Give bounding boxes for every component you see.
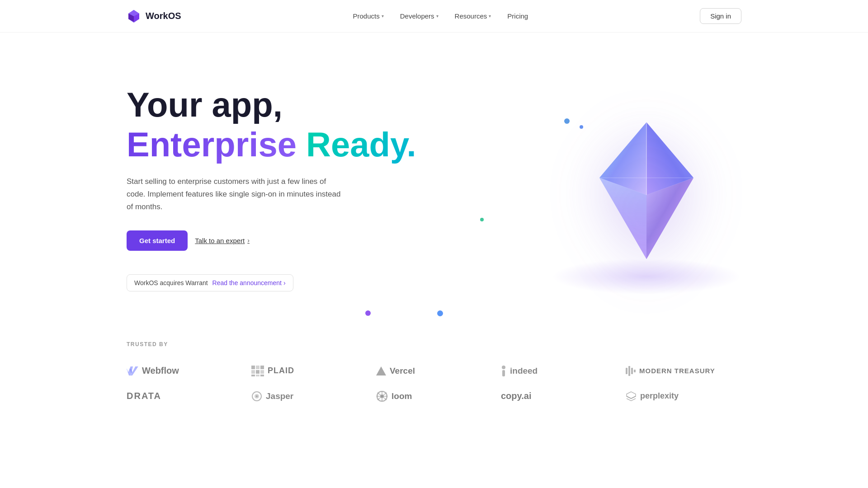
logo-copyai: copy.ai xyxy=(501,391,617,401)
chevron-down-icon: ▾ xyxy=(489,14,491,19)
hero-title-line2: Enterprise Ready. xyxy=(127,127,434,163)
decorative-dot xyxy=(480,218,484,221)
logo-text: WorkOS xyxy=(146,11,181,21)
svg-rect-14 xyxy=(260,375,264,376)
hero-section: Your app, Enterprise Ready. Start sellin… xyxy=(0,33,868,319)
signin-button[interactable]: Sign in xyxy=(700,8,741,24)
hero-buttons: Get started Talk to an expert › xyxy=(127,230,434,251)
svg-rect-9 xyxy=(251,370,255,374)
trusted-label: TRUSTED BY xyxy=(127,341,741,347)
hero-content: Your app, Enterprise Ready. Start sellin… xyxy=(127,73,434,291)
ready-text: Ready. xyxy=(297,125,416,164)
chevron-down-icon: ▾ xyxy=(382,14,384,19)
hero-diamond-visual xyxy=(515,60,778,319)
svg-marker-0 xyxy=(599,122,646,195)
announcement-label: WorkOS acquires Warrant xyxy=(134,279,208,286)
svg-rect-18 xyxy=(626,368,627,374)
svg-rect-13 xyxy=(256,375,259,376)
workos-logo-icon xyxy=(127,9,141,23)
logo-jasper: Jasper xyxy=(251,391,367,402)
svg-rect-17 xyxy=(502,370,505,376)
logo-vercel: Vercel xyxy=(376,366,492,376)
hero-title-line1: Your app, xyxy=(127,87,434,123)
logo-modern-treasury: MODERN TREASURY xyxy=(626,366,741,376)
logo-loom: loom xyxy=(376,391,492,402)
svg-marker-15 xyxy=(376,366,386,375)
diamond-shape xyxy=(579,109,714,272)
announcement-banner[interactable]: WorkOS acquires Warrant Read the announc… xyxy=(127,274,293,291)
nav-resources[interactable]: Resources ▾ xyxy=(455,12,491,20)
loom-icon xyxy=(376,391,388,402)
indeed-icon xyxy=(501,366,506,376)
perplexity-icon xyxy=(626,391,637,402)
svg-rect-12 xyxy=(251,375,255,376)
svg-point-24 xyxy=(256,395,258,397)
decorative-dot xyxy=(437,310,443,316)
decorative-dot xyxy=(580,125,583,129)
svg-rect-7 xyxy=(256,366,259,369)
logo-indeed: indeed xyxy=(501,366,617,376)
svg-rect-10 xyxy=(256,370,259,374)
hero-description: Start selling to enterprise customers wi… xyxy=(127,175,344,213)
logos-grid: Webflow PLAID Vercel xyxy=(127,366,741,402)
webflow-icon xyxy=(127,366,138,375)
get-started-button[interactable]: Get started xyxy=(127,230,188,251)
jasper-icon xyxy=(251,391,262,402)
nav-developers[interactable]: Developers ▾ xyxy=(400,12,439,20)
logo[interactable]: WorkOS xyxy=(127,9,181,23)
decorative-dot xyxy=(365,310,371,316)
svg-rect-19 xyxy=(628,366,630,376)
logo-plaid: PLAID xyxy=(251,366,367,376)
svg-point-30 xyxy=(380,394,384,398)
talk-expert-link[interactable]: Talk to an expert › xyxy=(195,237,250,244)
svg-marker-3 xyxy=(646,178,693,259)
logo-drata: DRATA xyxy=(127,391,242,401)
plaid-icon xyxy=(251,366,264,376)
svg-rect-6 xyxy=(251,366,255,369)
arrow-right-icon: › xyxy=(283,279,286,286)
logo-perplexity: perplexity xyxy=(626,391,741,402)
svg-rect-21 xyxy=(634,370,636,372)
modern-treasury-icon xyxy=(626,366,636,376)
trusted-section: TRUSTED BY Webflow PLAID xyxy=(0,319,868,438)
chevron-down-icon: ▾ xyxy=(436,14,439,19)
svg-marker-2 xyxy=(599,178,646,259)
decorative-dot xyxy=(564,118,570,124)
nav-actions: Sign in xyxy=(700,8,741,24)
announcement-link: Read the announcement › xyxy=(212,279,286,286)
diamond-glow xyxy=(552,258,741,295)
nav-pricing[interactable]: Pricing xyxy=(507,12,528,20)
enterprise-text: Enterprise xyxy=(127,125,297,164)
nav-links: Products ▾ Developers ▾ Resources ▾ Pric… xyxy=(353,12,528,20)
logo-webflow: Webflow xyxy=(127,366,242,376)
nav-products[interactable]: Products ▾ xyxy=(353,12,384,20)
svg-point-16 xyxy=(502,366,505,369)
arrow-right-icon: › xyxy=(247,237,250,244)
svg-marker-1 xyxy=(646,122,693,195)
vercel-icon xyxy=(376,366,386,375)
svg-rect-8 xyxy=(260,366,264,369)
svg-rect-20 xyxy=(631,368,633,374)
svg-rect-11 xyxy=(260,370,264,374)
